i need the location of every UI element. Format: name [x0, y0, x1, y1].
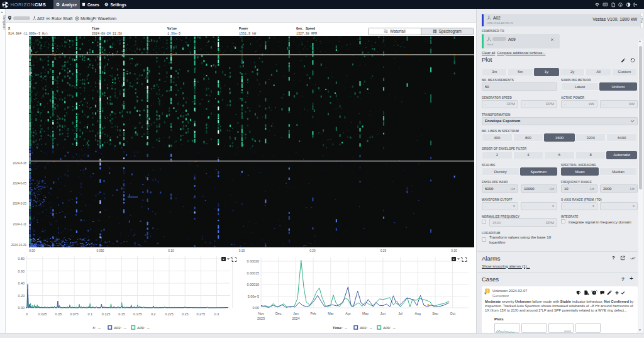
svg-text:0.225: 0.225: [165, 312, 174, 316]
svg-text:Time: --: Time: --: [333, 326, 347, 330]
svg-text:0.05: 0.05: [55, 312, 62, 316]
svg-text:Apr: Apr: [345, 312, 351, 315]
svg-text:2024: 2024: [292, 317, 299, 320]
svg-text:Feb: Feb: [310, 312, 316, 315]
svg-text:0.175: 0.175: [133, 312, 142, 316]
svg-text:0.20: 0.20: [18, 294, 25, 298]
svg-text:A09: --: A09: --: [383, 326, 396, 330]
svg-text:0.00: 0.00: [18, 306, 25, 310]
svg-text:Jun: Jun: [380, 312, 386, 315]
svg-text:0.075: 0.075: [70, 312, 79, 316]
svg-text:Mar: Mar: [328, 312, 333, 315]
svg-text:5.00e-5: 5.00e-5: [248, 295, 259, 298]
svg-text:2023: 2023: [257, 317, 265, 320]
svg-text:0.80: 0.80: [18, 257, 25, 261]
svg-text:Dec: Dec: [275, 312, 282, 315]
svg-text:Oct: Oct: [450, 312, 456, 315]
svg-text:0.00: 0.00: [253, 306, 260, 310]
svg-text:Jul: Jul: [398, 312, 402, 315]
svg-text:0.025: 0.025: [38, 312, 47, 316]
svg-text:May: May: [362, 312, 369, 315]
svg-text:0.25: 0.25: [182, 312, 189, 316]
svg-text:0.2: 0.2: [151, 312, 156, 316]
svg-text:0.15: 0.15: [118, 312, 125, 316]
svg-text:0.00020: 0.00020: [247, 259, 260, 263]
svg-text:Jan: Jan: [293, 312, 299, 315]
svg-text:0.00015: 0.00015: [247, 271, 260, 275]
svg-text:0.3: 0.3: [214, 312, 219, 316]
svg-text:A09: --: A09: --: [137, 326, 150, 330]
svg-text:A02: --: A02: --: [114, 326, 126, 330]
svg-text:X: --: X: --: [92, 326, 101, 330]
svg-text:0.1: 0.1: [87, 312, 92, 316]
svg-text:0.275: 0.275: [197, 312, 206, 316]
svg-text:Sep: Sep: [432, 312, 438, 315]
svg-text:0.125: 0.125: [102, 312, 111, 316]
svg-text:0.00010: 0.00010: [247, 283, 260, 286]
svg-text:Nov: Nov: [258, 312, 264, 315]
svg-text:Aug: Aug: [415, 312, 421, 315]
svg-text:0.40: 0.40: [18, 281, 25, 285]
svg-text:A02: --: A02: --: [360, 326, 372, 330]
svg-text:0: 0: [26, 312, 28, 316]
svg-text:0.60: 0.60: [18, 269, 25, 273]
